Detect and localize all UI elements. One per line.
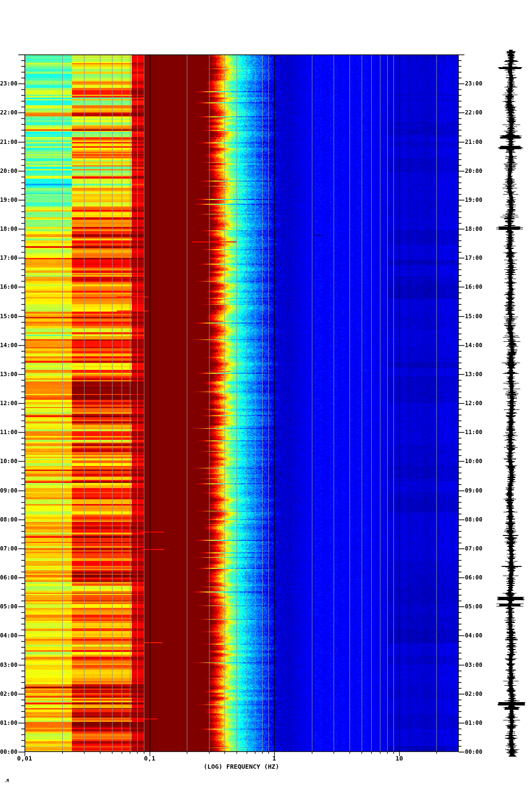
y-tick-label-right: 20:00 (465, 168, 486, 174)
y-tick-label-left: 13:00 (0, 371, 17, 378)
y-tick-label-left: 22:00 (0, 110, 17, 116)
y-tick-label-right: 01:00 (465, 720, 486, 726)
y-tick-label-right: 09:00 (465, 488, 486, 494)
y-tick-label-right: 21:00 (465, 139, 486, 145)
y-tick-label-right: 14:00 (465, 342, 486, 349)
y-tick-label-right: 23:00 (465, 81, 486, 87)
y-tick-label-right: 17:00 (465, 255, 486, 261)
corner-mark: .M (4, 779, 9, 783)
y-tick-label-right: 07:00 (465, 546, 486, 552)
y-tick-label-right: 10:00 (465, 458, 486, 465)
y-tick-label-right: 02:00 (465, 691, 486, 697)
y-tick-label-left: 00:00 (0, 749, 17, 755)
y-tick-label-right: 03:00 (465, 662, 486, 668)
y-tick-label-right: 12:00 (465, 400, 486, 407)
y-tick-label-left: 17:00 (0, 255, 17, 261)
y-tick-label-right: 11:00 (465, 429, 486, 436)
y-tick-label-left: 03:00 (0, 662, 17, 668)
y-tick-label-left: 08:00 (0, 517, 17, 523)
y-tick-label-right: 04:00 (465, 633, 486, 639)
y-tick-label-left: 23:00 (0, 81, 17, 87)
y-tick-label-left: 20:00 (0, 168, 17, 174)
y-tick-label-left: 11:00 (0, 429, 17, 436)
y-tick-label-left: 01:00 (0, 720, 17, 726)
x-tick-label: 10 (395, 755, 403, 762)
y-tick-label-left: 18:00 (0, 226, 17, 232)
y-tick-label-left: 02:00 (0, 691, 17, 697)
y-tick-label-left: 05:00 (0, 604, 17, 610)
y-tick-label-right: 05:00 (465, 604, 486, 610)
x-axis-title: (LOG) FREQUENCY (HZ) (204, 763, 280, 770)
y-tick-label-left: 07:00 (0, 546, 17, 552)
y-tick-label-left: 09:00 (0, 488, 17, 494)
y-tick-label-left: 19:00 (0, 197, 17, 203)
y-tick-label-left: 04:00 (0, 633, 17, 639)
y-tick-label-right: 08:00 (465, 517, 486, 523)
spectrogram-page: OPGC UTC Apr12,2026 BRGF HHZ FR 00 UTC 2… (0, 0, 532, 789)
y-tick-label-left: 15:00 (0, 313, 17, 320)
y-tick-label-right: 19:00 (465, 197, 486, 203)
y-tick-label-right: 13:00 (465, 371, 486, 378)
y-tick-label-right: 00:00 (465, 749, 486, 755)
x-tick-label: 1 (272, 755, 276, 762)
x-tick-label: 0,1 (144, 755, 155, 762)
y-tick-label-right: 16:00 (465, 284, 486, 290)
y-tick-label-left: 14:00 (0, 342, 17, 349)
x-tick-label: 0,01 (17, 755, 32, 762)
y-tick-label-left: 10:00 (0, 458, 17, 465)
y-tick-label-left: 12:00 (0, 400, 17, 407)
y-tick-label-right: 18:00 (465, 226, 486, 232)
seismogram-trace (496, 48, 525, 758)
y-tick-label-right: 22:00 (465, 110, 486, 116)
y-tick-label-left: 06:00 (0, 575, 17, 581)
y-tick-label-right: 06:00 (465, 575, 486, 581)
y-tick-label-left: 16:00 (0, 284, 17, 290)
y-tick-label-left: 21:00 (0, 139, 17, 145)
y-tick-label-right: 15:00 (465, 313, 486, 320)
spectrogram-heatmap (0, 0, 532, 789)
